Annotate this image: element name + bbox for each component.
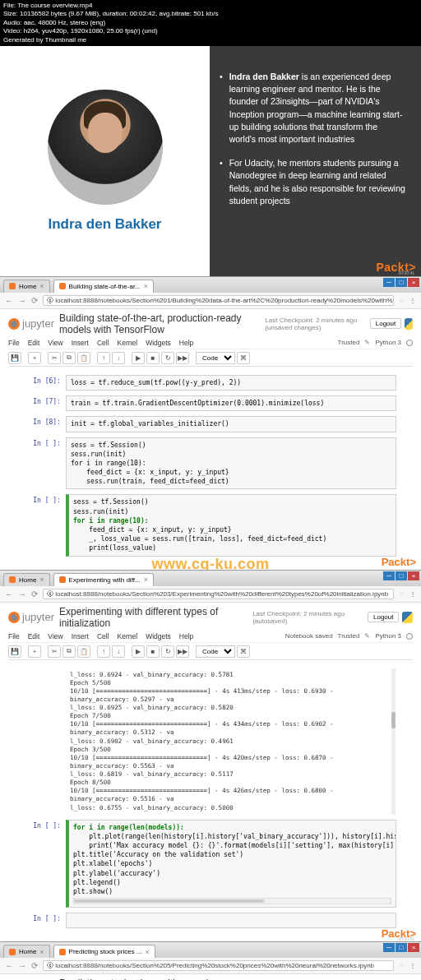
menu-view[interactable]: View xyxy=(48,632,62,640)
logout-button[interactable]: Logout xyxy=(370,318,401,329)
back-icon[interactable]: ← xyxy=(5,961,13,970)
bookmark-icon[interactable]: ☆ xyxy=(399,590,405,598)
cut-button[interactable]: ✂ xyxy=(48,645,61,658)
h-scrollbar[interactable] xyxy=(73,898,391,904)
menu-widgets[interactable]: Widgets xyxy=(146,339,171,347)
tab-home[interactable]: Home× xyxy=(3,573,50,586)
menu-icon[interactable]: ⋮ xyxy=(409,590,416,598)
paste-button[interactable]: 📋 xyxy=(77,645,90,658)
menu-kernel[interactable]: Kernel xyxy=(118,632,138,640)
tab-home[interactable]: Home× xyxy=(3,280,50,293)
close-icon[interactable]: × xyxy=(39,576,44,584)
maximize-button[interactable]: □ xyxy=(396,943,407,952)
tab-notebook[interactable]: Predicting stock prices ...× xyxy=(53,945,155,958)
run-button[interactable]: ▶ xyxy=(132,645,145,658)
command-palette-button[interactable]: ⌘ xyxy=(237,645,250,658)
logout-button[interactable]: Logout xyxy=(368,612,399,622)
back-icon[interactable]: ← xyxy=(5,296,13,305)
bookmark-icon[interactable]: ☆ xyxy=(399,297,405,304)
restart-button[interactable]: ↻ xyxy=(161,645,174,658)
menu-kernel[interactable]: Kernel xyxy=(118,339,138,347)
move-down-button[interactable]: ↓ xyxy=(112,645,125,658)
url-input[interactable]: 🛈 localhost:8888/notebooks/Section%203/E… xyxy=(43,589,394,599)
move-up-button[interactable]: ↑ xyxy=(97,352,110,364)
jupyter-logo[interactable]: jupyter xyxy=(8,317,54,330)
menu-widgets[interactable]: Widgets xyxy=(146,632,171,640)
kernel-name[interactable]: Python 3 xyxy=(375,632,401,640)
add-cell-button[interactable]: + xyxy=(28,352,41,364)
run-all-button[interactable]: ▶▶ xyxy=(176,352,189,364)
minimize-button[interactable]: ─ xyxy=(383,571,395,580)
menu-edit[interactable]: Edit xyxy=(28,632,40,640)
code-cell[interactable]: sess = tf.Session() sess.run(init) for i… xyxy=(66,437,396,490)
tab-notebook[interactable]: Building state-of-the-ar...× xyxy=(53,280,154,293)
close-button[interactable]: × xyxy=(408,278,419,287)
move-down-button[interactable]: ↓ xyxy=(112,352,125,364)
save-button[interactable]: 💾 xyxy=(8,352,21,364)
close-icon[interactable]: × xyxy=(144,282,148,290)
menu-icon[interactable]: ⋮ xyxy=(409,297,416,304)
trusted-label[interactable]: Trusted xyxy=(338,632,360,640)
menu-insert[interactable]: Insert xyxy=(72,339,89,347)
reload-icon[interactable]: ⟳ xyxy=(31,589,38,599)
stop-button[interactable]: ■ xyxy=(146,645,160,658)
maximize-button[interactable]: □ xyxy=(396,278,407,287)
close-icon[interactable]: × xyxy=(144,576,148,584)
reload-icon[interactable]: ⟳ xyxy=(31,961,38,970)
code-cell-active[interactable]: sess = tf.Session() sess.run(init) for i… xyxy=(66,494,396,556)
code-cell-active[interactable]: for i in range(len(models)): plt.plot(ra… xyxy=(66,820,396,908)
scrollbar[interactable] xyxy=(391,668,396,815)
cut-button[interactable]: ✂ xyxy=(48,352,61,364)
forward-icon[interactable]: → xyxy=(18,589,26,599)
code-cell[interactable]: init = tf.global_variables_initializer() xyxy=(66,416,396,432)
close-icon[interactable]: × xyxy=(39,282,44,290)
maximize-button[interactable]: □ xyxy=(396,571,407,580)
tab-notebook[interactable]: Experimenting with diff...× xyxy=(53,573,154,586)
menu-view[interactable]: View xyxy=(48,339,62,347)
menu-edit[interactable]: Edit xyxy=(28,339,40,347)
command-palette-button[interactable]: ⌘ xyxy=(237,352,250,364)
menu-cell[interactable]: Cell xyxy=(97,632,109,640)
copy-button[interactable]: ⧉ xyxy=(62,645,76,658)
cell-type-select[interactable]: Code xyxy=(196,645,235,658)
menu-icon[interactable]: ⋮ xyxy=(409,962,416,969)
stop-button[interactable]: ■ xyxy=(146,352,160,364)
trusted-label[interactable]: Trusted xyxy=(338,339,360,346)
edit-icon[interactable]: ✎ xyxy=(364,339,370,346)
reload-icon[interactable]: ⟳ xyxy=(31,296,38,305)
move-up-button[interactable]: ↑ xyxy=(97,645,110,658)
code-cell[interactable] xyxy=(66,913,396,928)
code-cell[interactable]: loss = tf.reduce_sum(tf.pow((y-y_pred), … xyxy=(66,375,396,391)
menu-help[interactable]: Help xyxy=(179,632,193,640)
tab-home[interactable]: Home× xyxy=(3,945,50,958)
forward-icon[interactable]: → xyxy=(18,296,26,305)
url-input[interactable]: 🛈 localhost:8888/notebooks/Section%205/P… xyxy=(43,960,394,971)
code-cell[interactable]: train = tf.train.GradientDescentOptimize… xyxy=(66,395,396,411)
add-cell-button[interactable]: + xyxy=(28,645,41,658)
notebook-title[interactable]: Experimenting with different types of in… xyxy=(59,606,249,629)
menu-help[interactable]: Help xyxy=(179,339,193,347)
cell-type-select[interactable]: Code xyxy=(196,352,235,364)
minimize-button[interactable]: ─ xyxy=(383,943,395,952)
run-button[interactable]: ▶ xyxy=(132,352,145,364)
menu-file[interactable]: File xyxy=(8,632,20,640)
notebook-title[interactable]: Building state-of-the-art, production-re… xyxy=(59,312,261,335)
menu-insert[interactable]: Insert xyxy=(72,632,89,640)
copy-button[interactable]: ⧉ xyxy=(62,352,76,364)
close-button[interactable]: × xyxy=(408,571,419,580)
close-button[interactable]: × xyxy=(408,943,419,952)
back-icon[interactable]: ← xyxy=(5,589,13,599)
forward-icon[interactable]: → xyxy=(18,961,26,970)
scrollbar-thumb[interactable] xyxy=(391,712,396,728)
close-icon[interactable]: × xyxy=(39,948,44,956)
menu-file[interactable]: File xyxy=(8,339,20,347)
edit-icon[interactable]: ✎ xyxy=(364,632,370,640)
url-input[interactable]: 🛈 localhost:8888/notebooks/Section%201/B… xyxy=(43,295,394,306)
minimize-button[interactable]: ─ xyxy=(383,278,395,287)
run-all-button[interactable]: ▶▶ xyxy=(176,645,189,658)
jupyter-logo[interactable]: jupyter xyxy=(8,611,54,623)
close-icon[interactable]: × xyxy=(146,948,150,956)
paste-button[interactable]: 📋 xyxy=(77,352,90,364)
kernel-name[interactable]: Python 3 xyxy=(375,339,401,346)
bookmark-icon[interactable]: ☆ xyxy=(399,962,405,969)
